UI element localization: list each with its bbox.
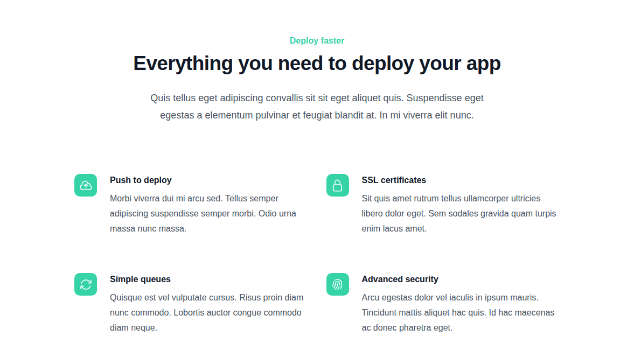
hero-description: Quis tellus eget adipiscing convallis si…: [147, 89, 487, 124]
feature-push-to-deploy: Push to deploy Morbi viverra dui mi arcu…: [74, 174, 308, 236]
feature-description: Sit quis amet rutrum tellus ullamcorper …: [362, 191, 559, 236]
arrow-path-icon: [74, 273, 97, 296]
page-title: Everything you need to deploy your app: [0, 52, 634, 75]
feature-description: Arcu egestas dolor vel iaculis in ipsum …: [362, 290, 559, 335]
feature-description: Quisque est vel vulputate cursus. Risus …: [110, 290, 307, 335]
feature-description: Morbi viverra dui mi arcu sed. Tellus se…: [110, 191, 307, 236]
cloud-arrow-up-icon: [74, 174, 97, 197]
hero-section: Deploy faster Everything you need to dep…: [0, 0, 634, 124]
lock-closed-icon: [326, 174, 349, 197]
feature-title: SSL certificates: [362, 174, 560, 187]
feature-title: Advanced security: [362, 273, 560, 286]
feature-advanced-security: Advanced security Arcu egestas dolor vel…: [326, 273, 560, 335]
finger-print-icon: [326, 273, 349, 296]
feature-title: Simple queues: [110, 273, 308, 286]
feature-ssl-certificates: SSL certificates Sit quis amet rutrum te…: [326, 174, 560, 236]
feature-simple-queues: Simple queues Quisque est vel vulputate …: [74, 273, 308, 335]
eyebrow-label: Deploy faster: [0, 37, 634, 45]
feature-grid: Push to deploy Morbi viverra dui mi arcu…: [74, 174, 560, 335]
feature-title: Push to deploy: [110, 174, 308, 187]
